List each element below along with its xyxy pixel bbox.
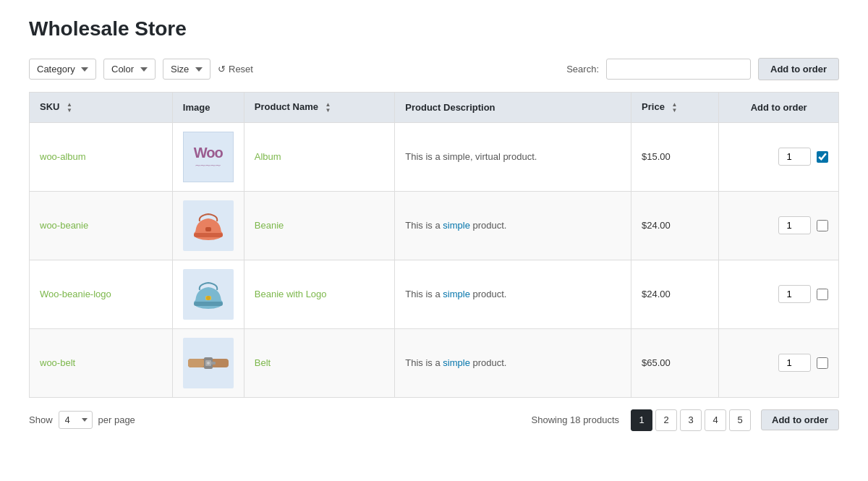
col-product-description: Product Description (395, 93, 631, 123)
price-cell: $65.00 (631, 328, 719, 397)
image-cell (172, 328, 244, 397)
description-cell: This is a simple product. (395, 191, 631, 260)
quantity-input[interactable] (778, 216, 811, 234)
show-label: Show (29, 414, 53, 425)
price-cell: $24.00 (631, 191, 719, 260)
reset-button[interactable]: ↺ Reset (218, 64, 253, 75)
product-desc-link[interactable]: simple (443, 220, 470, 231)
sku-sort-icon: ▲▼ (67, 102, 72, 114)
toolbar: Category Color Size ↺ Reset Search: Add … (29, 58, 839, 80)
quantity-input[interactable] (778, 148, 811, 166)
page-1-button[interactable]: 1 (631, 409, 652, 431)
description-text: This is a simple product. (405, 289, 506, 299)
table-row: Woo-beanie-logo Beanie with Logo This is… (30, 260, 839, 328)
image-cell (172, 191, 244, 260)
quantity-input[interactable] (778, 285, 811, 303)
description-cell: This is a simple product. (395, 328, 631, 397)
quantity-input[interactable] (778, 354, 811, 372)
price-sort-icon: ▲▼ (671, 102, 677, 114)
showing-text: Showing 18 products (532, 414, 619, 425)
product-name-cell: Beanie with Logo (244, 260, 394, 328)
add-to-order-cell (719, 122, 839, 191)
description-text: This is a simple, virtual product. (405, 151, 537, 162)
add-to-order-checkbox[interactable] (817, 151, 828, 163)
image-cell (172, 260, 244, 328)
page-5-button[interactable]: 5 (729, 409, 751, 431)
price-cell: $15.00 (631, 122, 719, 191)
col-add-to-order: Add to order (719, 93, 839, 123)
svg-rect-4 (194, 302, 223, 306)
page-2-button[interactable]: 2 (655, 409, 677, 431)
description-cell: This is a simple product. (395, 260, 631, 328)
products-table: SKU ▲▼ Image Product Name ▲▼ Product Des… (29, 92, 839, 398)
product-name-link[interactable]: Beanie with Logo (255, 289, 327, 299)
sku-link[interactable]: woo-belt (40, 357, 75, 368)
svg-rect-12 (188, 359, 204, 367)
add-to-order-cell (719, 191, 839, 260)
add-to-order-button-top[interactable]: Add to order (758, 58, 839, 80)
product-name-cell: Album (244, 122, 394, 191)
product-name-link[interactable]: Beanie (255, 220, 284, 231)
search-input[interactable] (606, 59, 751, 80)
product-description: This is a simple, virtual product. (405, 151, 537, 162)
description-text: This is a simple product. (405, 357, 506, 368)
sku-cell: woo-album (30, 122, 173, 191)
page-title: Wholesale Store (29, 17, 839, 41)
table-row: woo-album Woo ⁓⁓⁓⁓⁓ Album This is a simp… (30, 122, 839, 191)
table-row: woo-belt Belt This is a simple product. … (30, 328, 839, 397)
page-3-button[interactable]: 3 (680, 409, 702, 431)
size-select[interactable]: Size (163, 59, 210, 80)
sku-link[interactable]: Woo-beanie-logo (40, 289, 111, 299)
product-name-link[interactable]: Album (255, 151, 281, 162)
sku-link[interactable]: woo-album (40, 151, 86, 162)
category-select[interactable]: Category (29, 59, 96, 80)
svg-rect-1 (194, 233, 223, 237)
add-to-order-cell (719, 260, 839, 328)
svg-rect-2 (205, 227, 211, 231)
product-name-link[interactable]: Belt (255, 357, 271, 368)
product-name-sort-icon: ▲▼ (326, 102, 331, 114)
per-page-select[interactable]: 4 8 12 16 (59, 411, 93, 429)
sku-cell: woo-belt (30, 328, 173, 397)
sku-cell: woo-beanie (30, 191, 173, 260)
table-footer: Show 4 8 12 16 per page Showing 18 produ… (29, 409, 839, 431)
page-4-button[interactable]: 4 (705, 409, 726, 431)
product-desc-link[interactable]: simple (443, 357, 470, 368)
add-to-order-checkbox[interactable] (817, 357, 828, 369)
svg-rect-11 (211, 362, 216, 365)
col-sku[interactable]: SKU ▲▼ (30, 93, 173, 123)
table-header-row: SKU ▲▼ Image Product Name ▲▼ Product Des… (30, 93, 839, 123)
description-cell: This is a simple, virtual product. (395, 122, 631, 191)
price-cell: $24.00 (631, 260, 719, 328)
description-text: This is a simple product. (405, 220, 506, 231)
sku-link[interactable]: woo-beanie (40, 220, 88, 231)
image-cell: Woo ⁓⁓⁓⁓⁓ (172, 122, 244, 191)
pagination: 1 2 3 4 5 (631, 409, 751, 431)
sku-cell: Woo-beanie-logo (30, 260, 173, 328)
add-to-order-button-bottom[interactable]: Add to order (761, 409, 839, 430)
col-product-name[interactable]: Product Name ▲▼ (244, 93, 394, 123)
col-price[interactable]: Price ▲▼ (631, 93, 719, 123)
product-desc-link[interactable]: simple (443, 289, 470, 299)
svg-point-10 (207, 362, 210, 365)
search-label: Search: (566, 64, 599, 75)
color-select[interactable]: Color (103, 59, 156, 80)
add-to-order-checkbox[interactable] (817, 220, 828, 231)
col-image: Image (172, 93, 244, 123)
add-to-order-checkbox[interactable] (817, 289, 828, 300)
add-to-order-cell (719, 328, 839, 397)
per-page-label: per page (98, 414, 135, 425)
product-name-cell: Beanie (244, 191, 394, 260)
product-name-cell: Belt (244, 328, 394, 397)
reset-icon: ↺ (218, 64, 226, 75)
svg-point-6 (206, 296, 210, 300)
table-row: woo-beanie Beanie This is a simple produ… (30, 191, 839, 260)
